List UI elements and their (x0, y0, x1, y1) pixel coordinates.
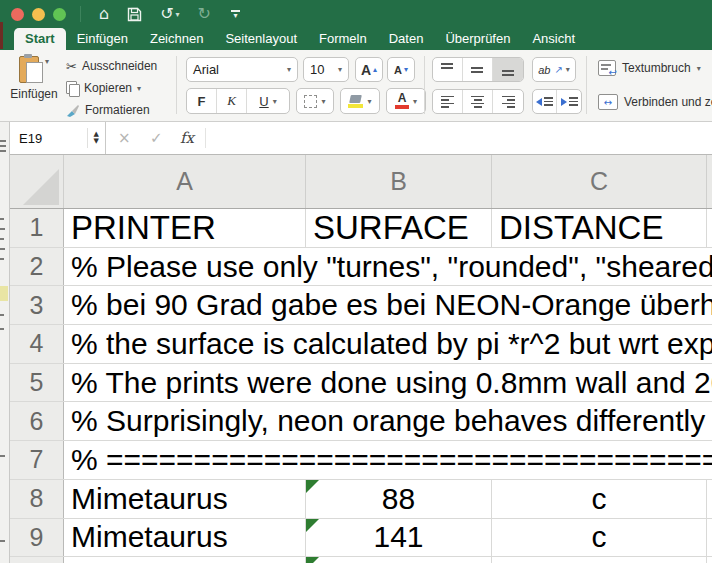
column-header-b[interactable]: B (306, 155, 492, 208)
confirm-icon[interactable]: ✓ (150, 122, 163, 154)
align-right-button[interactable] (493, 90, 523, 113)
cell-c9[interactable]: c (492, 519, 707, 557)
tab-ueberpruefen[interactable]: Überprüfen (434, 28, 521, 50)
cell-c1[interactable]: DISTANCE (492, 209, 707, 247)
redo-icon[interactable]: ↻ (198, 0, 211, 28)
formula-input[interactable] (210, 122, 712, 154)
row-header-7[interactable]: 7 (10, 441, 64, 479)
orientation-dropdown-icon: ▾ (566, 65, 570, 74)
horizontal-align-group (432, 89, 524, 114)
format-painter-button[interactable]: Formatieren (66, 100, 150, 120)
row-header-1[interactable]: 1 (10, 209, 64, 247)
cell-a9[interactable]: Mimetaurus (64, 519, 306, 557)
align-left-button[interactable] (433, 90, 463, 113)
close-button[interactable] (11, 8, 24, 21)
align-center-button[interactable] (463, 90, 493, 113)
tab-zeichnen[interactable]: Zeichnen (139, 28, 214, 50)
paste-dropdown-icon[interactable]: ▾ (45, 57, 49, 66)
row-header-3[interactable]: 3 (10, 286, 64, 324)
cell-b9[interactable]: 141 (306, 519, 492, 557)
increase-indent-button[interactable] (557, 90, 581, 113)
fill-color-icon (348, 95, 363, 108)
name-box-stepper[interactable]: ▲ ▼ (87, 128, 99, 148)
save-icon[interactable] (127, 7, 142, 22)
cell-d8[interactable] (707, 480, 712, 518)
cut-button[interactable]: ✂ Ausschneiden (66, 56, 157, 76)
cell-b8[interactable]: 88 (306, 480, 492, 518)
orientation-button[interactable]: ab ↗ ▾ (532, 57, 576, 82)
shrink-font-button[interactable]: A ▾ (387, 57, 415, 82)
cell-a8[interactable]: Mimetaurus (64, 480, 306, 518)
fill-color-button[interactable]: ▾ (340, 88, 380, 114)
align-bottom-button[interactable] (493, 58, 523, 81)
row-header-5[interactable]: 5 (10, 364, 64, 402)
cell-a10[interactable] (64, 557, 306, 563)
cell-c10[interactable] (492, 557, 707, 563)
tab-ansicht[interactable]: Ansicht (521, 28, 586, 50)
wrap-text-button[interactable]: ↩ Textumbruch ▾ (598, 60, 701, 76)
row-header-2[interactable]: 2 (10, 248, 64, 286)
bold-button[interactable]: F (187, 89, 217, 113)
row-header-4[interactable]: 4 (10, 325, 64, 363)
stepper-down-icon[interactable]: ▼ (94, 138, 99, 145)
cell-a5[interactable]: % The prints were done using 0.8mm wall … (64, 364, 712, 402)
undo-icon[interactable]: ↺ (160, 0, 173, 28)
decrease-indent-icon (536, 97, 553, 106)
tab-start[interactable]: Start (14, 28, 66, 50)
cell-a6[interactable]: % Surprisingly, neon orange behaves diff… (64, 402, 712, 440)
group-divider (424, 56, 425, 114)
tab-daten[interactable]: Daten (378, 28, 435, 50)
undo-dropdown-icon[interactable]: ▾ (176, 10, 180, 19)
tab-einfuegen[interactable]: Einfügen (66, 28, 139, 50)
copy-dropdown-icon[interactable]: ▾ (137, 84, 141, 93)
toolbar-options-icon[interactable]: ▾ (231, 10, 240, 19)
cell-b10[interactable] (306, 557, 492, 563)
zoom-button[interactable] (53, 8, 66, 21)
cell-c8[interactable]: c (492, 480, 707, 518)
insert-function-icon[interactable]: fx (180, 122, 194, 154)
select-all-corner[interactable] (10, 155, 64, 208)
grow-font-button[interactable]: A ▴ (355, 57, 383, 82)
cell-a7[interactable]: % ======================================… (64, 441, 712, 479)
column-header-d[interactable] (707, 155, 712, 208)
cell-a2[interactable]: % Please use only "turnes", "rounded", "… (64, 248, 712, 286)
paste-button[interactable]: ▾ Einfügen (8, 55, 60, 117)
merge-center-button[interactable]: ↔ Verbinden und zentrieren (598, 94, 712, 110)
font-color-button[interactable]: A ▾ (386, 88, 426, 114)
wrap-text-label: Textumbruch (622, 61, 691, 75)
font-name-select[interactable]: Arial ▾ (186, 57, 298, 82)
row-header-8[interactable]: 8 (10, 480, 64, 518)
column-header-a[interactable]: A (64, 155, 306, 208)
borders-button[interactable]: ▾ (296, 88, 334, 114)
align-middle-button[interactable] (463, 58, 493, 81)
underline-button[interactable]: U ▾ (247, 89, 289, 113)
cell-a1[interactable]: PRINTER (64, 209, 306, 247)
decrease-indent-button[interactable] (533, 90, 557, 113)
formula-bar: E19 ▲ ▼ × ✓ fx (0, 122, 712, 155)
name-box[interactable]: E19 ▲ ▼ (10, 122, 106, 154)
cell-d10[interactable] (707, 557, 712, 563)
font-size-select[interactable]: 10 ▾ (303, 57, 349, 82)
borders-icon (304, 95, 317, 108)
copy-button[interactable]: Kopieren ▾ (66, 78, 141, 98)
row-header-9[interactable]: 9 (10, 519, 64, 557)
cell-d1[interactable] (707, 209, 712, 247)
cell-b1[interactable]: SURFACE (306, 209, 492, 247)
row-header-6[interactable]: 6 (10, 402, 64, 440)
home-icon[interactable]: ⌂ (99, 0, 109, 28)
cell-a4[interactable]: % the surface is calculated by pi *r^2 b… (64, 325, 712, 363)
wrap-text-icon: ↩ (598, 60, 616, 76)
tab-formeln[interactable]: Formeln (308, 28, 378, 50)
cell-a3[interactable]: % bei 90 Grad gabe es bei NEON-Orange üb… (64, 286, 712, 324)
italic-button[interactable]: K (217, 89, 247, 113)
cancel-icon[interactable]: × (118, 122, 131, 154)
align-top-button[interactable] (433, 58, 463, 81)
tab-seitenlayout[interactable]: Seitenlayout (214, 28, 308, 50)
scissors-icon: ✂ (66, 59, 77, 74)
wrap-text-dropdown-icon: ▾ (697, 64, 701, 73)
error-indicator-icon (306, 480, 319, 493)
row-header-10[interactable] (10, 557, 64, 563)
column-header-c[interactable]: C (492, 155, 707, 208)
cell-d9[interactable] (707, 519, 712, 557)
minimize-button[interactable] (32, 8, 45, 21)
